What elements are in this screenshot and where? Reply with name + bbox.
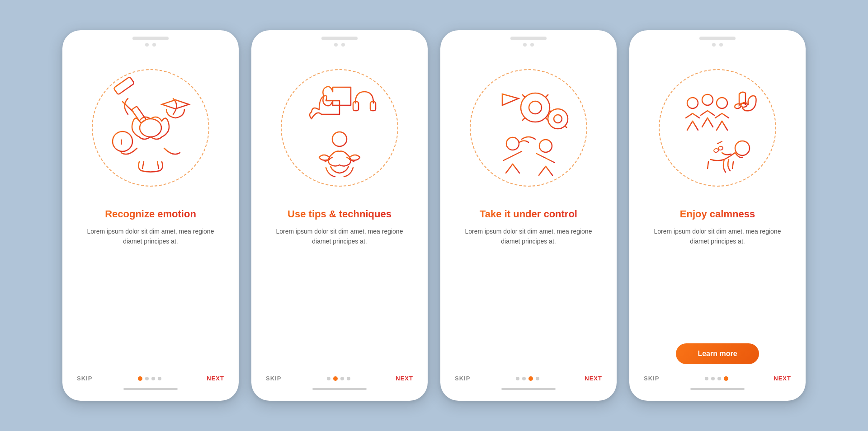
screen-2-dots — [327, 376, 350, 381]
dot-5 — [523, 43, 527, 47]
nav-dot-3-2 — [522, 377, 526, 380]
screen-2-body: Lorem ipsum dolor sit dim amet, mea regi… — [251, 226, 428, 368]
nav-dot-4-1 — [705, 377, 708, 380]
phone-screen-1: i — [62, 30, 239, 401]
screen-4-dots — [705, 376, 728, 381]
screen-3-dots — [516, 376, 539, 381]
phone-notch-1 — [132, 37, 169, 40]
dashed-circle-3 — [470, 69, 587, 187]
screen-1-nav: SKIP NEXT — [62, 368, 239, 382]
dot-1 — [145, 43, 149, 47]
phone-screen-4: Enjoy calmness Lorem ipsum dolor sit dim… — [629, 30, 806, 401]
nav-dot-4-2 — [711, 377, 715, 380]
screen-2-bottom-bar — [312, 388, 367, 390]
screen-4-next[interactable]: NEXT — [774, 375, 791, 382]
dot-3 — [334, 43, 338, 47]
nav-dot-4-3 — [717, 377, 721, 380]
phone-dots-top-3 — [523, 43, 534, 47]
dot-6 — [530, 43, 534, 47]
dot-7 — [712, 43, 716, 47]
screen-1-skip[interactable]: SKIP — [77, 375, 92, 382]
phone-dots-top-1 — [145, 43, 156, 47]
nav-dot-3-1 — [516, 377, 519, 380]
illustration-1: i — [78, 56, 223, 200]
nav-dot-2-4 — [347, 377, 350, 380]
dashed-circle-2 — [281, 69, 398, 187]
screen-1-bottom-bar — [123, 388, 178, 390]
phone-dots-top-2 — [334, 43, 345, 47]
screen-1-body: Lorem ipsum dolor sit dim amet, mea regi… — [62, 226, 239, 368]
nav-dot-2-2 — [333, 376, 338, 381]
dashed-circle-1 — [92, 69, 209, 187]
screen-3-title: Take it under control — [469, 208, 588, 220]
illustration-2 — [267, 56, 412, 200]
phone-notch-2 — [321, 37, 358, 40]
nav-dot-3-4 — [536, 377, 539, 380]
nav-dot-1-4 — [158, 377, 161, 380]
phone-notch-4 — [699, 37, 736, 40]
screen-2-next[interactable]: NEXT — [396, 375, 413, 382]
dot-8 — [719, 43, 723, 47]
screen-4-body: Lorem ipsum dolor sit dim amet, mea regi… — [629, 226, 806, 335]
learn-more-button[interactable]: Learn more — [676, 343, 759, 364]
screen-3-body: Lorem ipsum dolor sit dim amet, mea regi… — [440, 226, 617, 368]
screen-4-skip[interactable]: SKIP — [644, 375, 659, 382]
phone-screen-2: Use tips & techniques Lorem ipsum dolor … — [251, 30, 428, 401]
screen-3-nav: SKIP NEXT — [440, 368, 617, 382]
nav-dot-1-3 — [151, 377, 155, 380]
screen-1-title: Recognize emotion — [94, 208, 207, 220]
nav-dot-1-2 — [145, 377, 149, 380]
nav-dot-2-1 — [327, 377, 330, 380]
screen-2-skip[interactable]: SKIP — [266, 375, 281, 382]
screen-1-dots — [138, 376, 161, 381]
dashed-circle-4 — [659, 69, 776, 187]
screen-3-next[interactable]: NEXT — [585, 375, 602, 382]
nav-dot-2-3 — [340, 377, 344, 380]
screen-3-bottom-bar — [501, 388, 556, 390]
screen-4-nav: SKIP NEXT — [629, 368, 806, 382]
phone-notch-3 — [510, 37, 547, 40]
screen-2-nav: SKIP NEXT — [251, 368, 428, 382]
dot-4 — [341, 43, 345, 47]
nav-dot-4-4 — [724, 376, 728, 381]
screen-4-bottom-bar — [690, 388, 745, 390]
screen-2-title: Use tips & techniques — [277, 208, 402, 220]
phone-dots-top-4 — [712, 43, 723, 47]
nav-dot-3-3 — [528, 376, 533, 381]
nav-dot-1-1 — [138, 376, 142, 381]
screen-4-title: Enjoy calmness — [669, 208, 766, 220]
phone-screen-3: Take it under control Lorem ipsum dolor … — [440, 30, 617, 401]
illustration-4 — [645, 56, 790, 200]
screens-container: i — [44, 12, 824, 419]
illustration-3 — [456, 56, 601, 200]
screen-1-next[interactable]: NEXT — [207, 375, 224, 382]
dot-2 — [152, 43, 156, 47]
screen-3-skip[interactable]: SKIP — [455, 375, 470, 382]
